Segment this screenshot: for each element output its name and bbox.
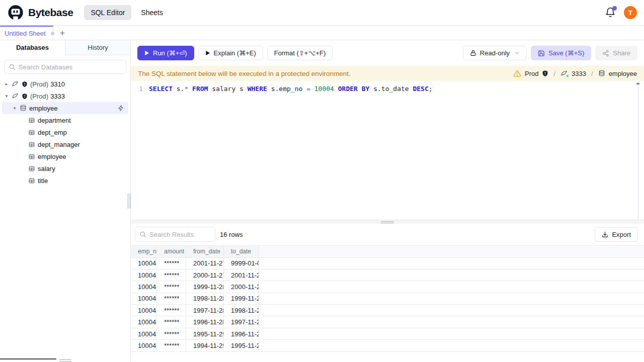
table-cell: 10004 bbox=[131, 281, 157, 292]
sql-token-id: s.emp_no bbox=[267, 85, 306, 93]
editor-scrollbar-ruler[interactable] bbox=[638, 82, 638, 220]
tree-item-table-employee[interactable]: employee bbox=[0, 150, 130, 162]
column-header-to_date[interactable]: to_date bbox=[224, 246, 259, 257]
toolbar-right: Read-only Save (⌘+S) bbox=[463, 46, 637, 60]
readonly-mode-select[interactable]: Read-only bbox=[463, 46, 527, 60]
column-header-from_date[interactable]: from_date bbox=[186, 246, 224, 257]
database-icon bbox=[20, 105, 27, 112]
top-nav-right: T bbox=[605, 6, 637, 19]
table-cell: 1998-11-28 bbox=[224, 305, 259, 316]
tree-item-label: title bbox=[38, 177, 48, 185]
table-cell: ****** bbox=[157, 281, 186, 292]
add-sheet-button[interactable]: + bbox=[57, 26, 68, 40]
table-cell: ****** bbox=[157, 340, 186, 351]
run-button[interactable]: Run (⌘+⏎) bbox=[137, 46, 194, 60]
save-button[interactable]: Save (⌘+S) bbox=[531, 46, 591, 60]
explain-button[interactable]: Explain (⌘+E) bbox=[198, 46, 263, 60]
tree-item-database-employee[interactable]: ▾employee bbox=[2, 102, 128, 114]
table-cell: 10004 bbox=[131, 340, 157, 351]
table-filler-cell bbox=[259, 258, 644, 269]
sql-line-1[interactable]: 1 SELECT s.* FROM salary s WHERE s.emp_n… bbox=[131, 84, 644, 94]
table-row: 10004******1996-11-281997-11-28 bbox=[131, 316, 644, 328]
table-cell: 10004 bbox=[131, 269, 157, 281]
database-search-input[interactable] bbox=[19, 63, 122, 71]
table-cell: ****** bbox=[157, 316, 186, 327]
table-icon bbox=[28, 129, 35, 136]
tree-item-table-salary[interactable]: salary bbox=[0, 162, 130, 174]
tree-item-table-title[interactable]: title bbox=[0, 174, 130, 187]
results-search[interactable] bbox=[135, 227, 215, 242]
results-table: emp_noamountfrom_dateto_date10004******2… bbox=[131, 245, 644, 362]
tree-item-label: department bbox=[38, 117, 71, 124]
panel-vertical-drag-handle[interactable] bbox=[128, 194, 130, 209]
table-cell: 1994-11-29 bbox=[186, 340, 224, 351]
table-row: 10004******2000-11-272001-11-27 bbox=[131, 269, 644, 281]
sidebar-tab-history[interactable]: History bbox=[65, 40, 130, 55]
export-button[interactable]: Export bbox=[595, 227, 638, 242]
tree-item-instance-3333[interactable]: ▾(Prod)3333 bbox=[0, 90, 130, 102]
tab-sql-editor[interactable]: SQL Editor bbox=[84, 5, 131, 20]
notification-bell-icon[interactable] bbox=[605, 7, 616, 18]
sidebar-resize-handle[interactable] bbox=[59, 359, 71, 362]
table-cell: ****** bbox=[157, 269, 186, 281]
tab-sheets[interactable]: Sheets bbox=[134, 5, 170, 20]
sql-token-id: s. bbox=[173, 85, 184, 93]
table-row: 10004******1999-11-282000-11-27 bbox=[131, 281, 644, 293]
tree-item-table-department[interactable]: department bbox=[0, 114, 130, 126]
column-header-amount[interactable]: amount bbox=[157, 246, 186, 257]
results-resize-divider[interactable] bbox=[131, 220, 644, 224]
tree-item-table-dept_manager[interactable]: dept_manager bbox=[0, 138, 130, 150]
download-icon bbox=[602, 231, 608, 238]
tree-item-label: 3310 bbox=[50, 80, 65, 88]
notification-dot bbox=[612, 6, 617, 11]
tree-item-instance-3310[interactable]: ▸(Prod)3310 bbox=[0, 78, 130, 90]
sidebar-tab-databases[interactable]: Databases bbox=[0, 40, 65, 55]
table-filler-cell bbox=[259, 316, 644, 327]
table-cell: 1996-11-28 bbox=[186, 316, 224, 327]
table-cell: 1997-11-28 bbox=[224, 316, 259, 327]
warning-icon bbox=[513, 70, 521, 77]
row-count: 16 rows bbox=[220, 231, 243, 238]
table-filler-cell bbox=[259, 328, 644, 339]
mysql-instance-icon bbox=[560, 70, 568, 77]
sql-statement: SELECT s.* FROM salary s WHERE s.emp_no … bbox=[149, 85, 433, 93]
results-search-input[interactable] bbox=[149, 231, 211, 238]
mysql-instance-icon bbox=[12, 80, 19, 87]
search-icon bbox=[139, 231, 146, 238]
sql-token-id bbox=[310, 85, 314, 93]
tree-item-label: salary bbox=[38, 165, 55, 172]
table-cell: 10004 bbox=[131, 293, 157, 304]
sidebar-scrollbar[interactable] bbox=[0, 358, 56, 359]
table-cell: 2000-11-27 bbox=[224, 281, 259, 292]
table-cell: 2001-11-27 bbox=[224, 269, 259, 281]
editor-panel: Run (⌘+⏎) Explain (⌘+E) Format (⇧+⌥+F) R… bbox=[131, 40, 644, 362]
table-row: 10004******1994-11-291995-11-29 bbox=[131, 340, 644, 351]
brand-logo[interactable]: Bytebase bbox=[7, 4, 73, 21]
caret-right-icon[interactable]: ▸ bbox=[4, 81, 9, 86]
lock-icon bbox=[470, 50, 476, 56]
connect-lightning-icon[interactable] bbox=[118, 105, 124, 112]
drag-handle-icon bbox=[381, 221, 394, 223]
environment-banner: The SQL statement below will be executed… bbox=[131, 66, 644, 81]
connection-breadcrumb: Prod / 3333 / employee bbox=[513, 70, 637, 77]
table-cell: 1996-11-28 bbox=[224, 328, 259, 339]
brand-wordmark: Bytebase bbox=[28, 7, 73, 19]
database-search[interactable] bbox=[4, 60, 126, 74]
table-header-row: emp_noamountfrom_dateto_date bbox=[131, 245, 644, 258]
caret-down-icon[interactable]: ▾ bbox=[4, 94, 9, 99]
user-avatar[interactable]: T bbox=[624, 6, 637, 19]
caret-down-icon[interactable]: ▾ bbox=[12, 106, 17, 111]
table-cell: 1995-11-29 bbox=[224, 340, 259, 351]
sql-editor-area[interactable]: 1 SELECT s.* FROM salary s WHERE s.emp_n… bbox=[131, 81, 644, 220]
table-cell: 1995-11-29 bbox=[186, 328, 224, 339]
unsaved-indicator bbox=[51, 32, 54, 35]
tree-item-table-dept_emp[interactable]: dept_emp bbox=[0, 126, 130, 138]
sheet-tab-bar: Untitled Sheet + bbox=[0, 26, 644, 40]
format-button[interactable]: Format (⇧+⌥+F) bbox=[267, 46, 333, 60]
sheet-tab-untitled[interactable]: Untitled Sheet bbox=[0, 26, 53, 40]
table-cell: 10004 bbox=[131, 305, 157, 316]
column-header-emp_no[interactable]: emp_no bbox=[131, 246, 157, 257]
table-filler-cell bbox=[259, 305, 644, 316]
share-button[interactable]: Share bbox=[595, 46, 637, 60]
table-cell: 9999-01-01 bbox=[224, 258, 259, 269]
